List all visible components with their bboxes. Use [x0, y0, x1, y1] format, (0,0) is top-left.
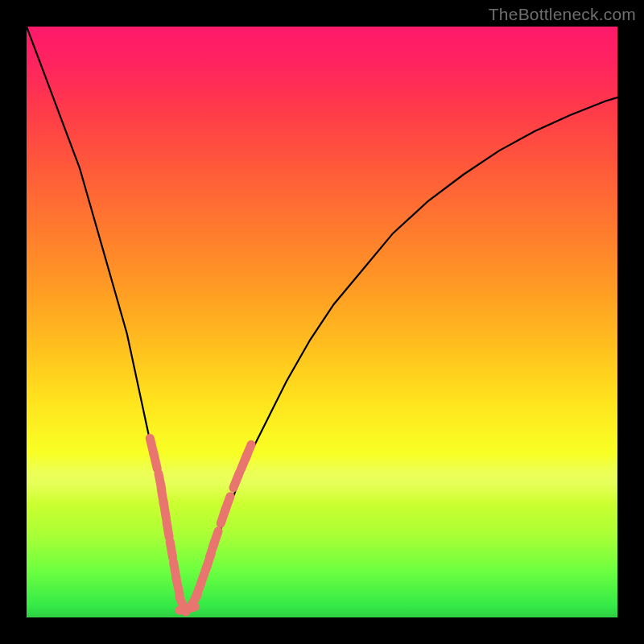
marker-dot	[163, 502, 166, 518]
bottleneck-curve-path	[27, 27, 617, 609]
curve-layer	[27, 27, 617, 617]
marker-dot	[170, 542, 172, 558]
marker-dot	[154, 453, 158, 469]
marker-dot	[213, 531, 218, 547]
watermark-label: TheBottleneck.com	[489, 5, 636, 24]
marker-dot	[233, 473, 239, 488]
marker-dot	[176, 578, 180, 594]
chart-frame: TheBottleneck.com	[0, 0, 644, 644]
marker-dot	[225, 497, 230, 512]
plot-area	[27, 27, 617, 617]
marker-dot	[167, 521, 169, 537]
highlight-markers	[150, 438, 251, 612]
marker-dot	[245, 444, 251, 460]
